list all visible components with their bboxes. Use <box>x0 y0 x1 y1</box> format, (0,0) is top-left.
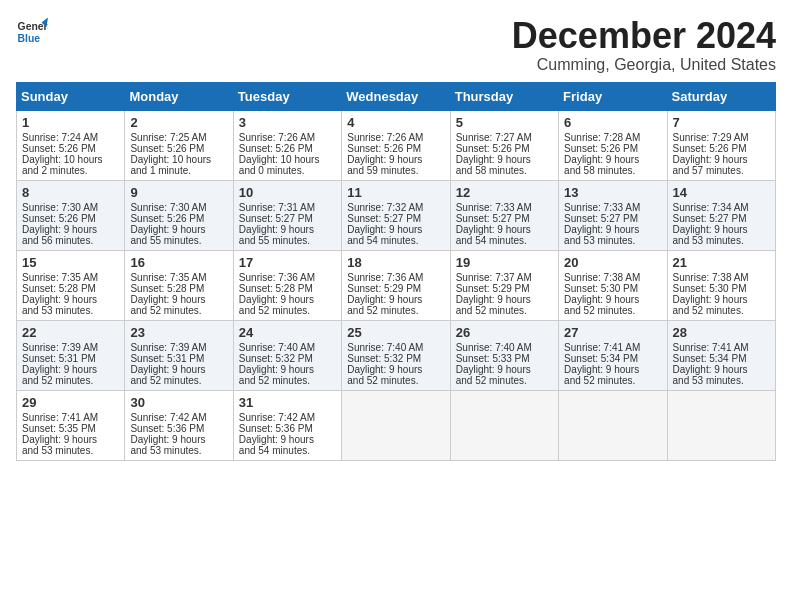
day-number: 15 <box>22 255 119 270</box>
day-detail: Sunrise: 7:42 AM <box>239 412 336 423</box>
day-detail: Daylight: 10 hours <box>130 154 227 165</box>
calendar-cell: 27Sunrise: 7:41 AMSunset: 5:34 PMDayligh… <box>559 320 667 390</box>
day-detail: Sunrise: 7:30 AM <box>130 202 227 213</box>
calendar-cell: 14Sunrise: 7:34 AMSunset: 5:27 PMDayligh… <box>667 180 775 250</box>
day-detail: Daylight: 10 hours <box>22 154 119 165</box>
day-detail: and 53 minutes. <box>673 375 770 386</box>
day-detail: Sunset: 5:26 PM <box>564 143 661 154</box>
day-detail: Sunset: 5:26 PM <box>130 143 227 154</box>
day-detail: Daylight: 9 hours <box>22 434 119 445</box>
calendar-cell: 21Sunrise: 7:38 AMSunset: 5:30 PMDayligh… <box>667 250 775 320</box>
day-detail: Sunset: 5:26 PM <box>22 213 119 224</box>
day-detail: Sunrise: 7:39 AM <box>22 342 119 353</box>
logo: General Blue <box>16 16 48 48</box>
day-detail: Sunrise: 7:35 AM <box>130 272 227 283</box>
day-detail: and 57 minutes. <box>673 165 770 176</box>
day-detail: and 55 minutes. <box>239 235 336 246</box>
title-block: December 2024 Cumming, Georgia, United S… <box>512 16 776 74</box>
header-row: Sunday Monday Tuesday Wednesday Thursday… <box>17 82 776 110</box>
day-number: 18 <box>347 255 444 270</box>
day-detail: Daylight: 9 hours <box>239 434 336 445</box>
day-number: 2 <box>130 115 227 130</box>
day-detail: and 52 minutes. <box>239 375 336 386</box>
day-detail: Sunrise: 7:24 AM <box>22 132 119 143</box>
day-detail: Sunset: 5:30 PM <box>673 283 770 294</box>
day-number: 10 <box>239 185 336 200</box>
day-detail: Sunrise: 7:31 AM <box>239 202 336 213</box>
day-detail: and 53 minutes. <box>22 445 119 456</box>
calendar-cell: 12Sunrise: 7:33 AMSunset: 5:27 PMDayligh… <box>450 180 558 250</box>
day-number: 21 <box>673 255 770 270</box>
page-header: General Blue December 2024 Cumming, Geor… <box>16 16 776 74</box>
calendar-week-2: 8Sunrise: 7:30 AMSunset: 5:26 PMDaylight… <box>17 180 776 250</box>
day-detail: Sunset: 5:28 PM <box>22 283 119 294</box>
day-detail: and 55 minutes. <box>130 235 227 246</box>
day-detail: Sunrise: 7:38 AM <box>673 272 770 283</box>
col-tuesday: Tuesday <box>233 82 341 110</box>
day-detail: Daylight: 10 hours <box>239 154 336 165</box>
day-detail: Sunset: 5:36 PM <box>130 423 227 434</box>
calendar-cell: 28Sunrise: 7:41 AMSunset: 5:34 PMDayligh… <box>667 320 775 390</box>
day-detail: Daylight: 9 hours <box>130 294 227 305</box>
calendar-week-5: 29Sunrise: 7:41 AMSunset: 5:35 PMDayligh… <box>17 390 776 460</box>
calendar-cell: 18Sunrise: 7:36 AMSunset: 5:29 PMDayligh… <box>342 250 450 320</box>
day-detail: Sunrise: 7:29 AM <box>673 132 770 143</box>
day-detail: Daylight: 9 hours <box>673 224 770 235</box>
day-detail: and 56 minutes. <box>22 235 119 246</box>
day-number: 13 <box>564 185 661 200</box>
day-detail: Daylight: 9 hours <box>347 294 444 305</box>
calendar-cell <box>667 390 775 460</box>
month-title: December 2024 <box>512 16 776 56</box>
day-detail: and 52 minutes. <box>130 305 227 316</box>
calendar-cell: 16Sunrise: 7:35 AMSunset: 5:28 PMDayligh… <box>125 250 233 320</box>
day-number: 25 <box>347 325 444 340</box>
calendar-cell: 4Sunrise: 7:26 AMSunset: 5:26 PMDaylight… <box>342 110 450 180</box>
calendar-week-3: 15Sunrise: 7:35 AMSunset: 5:28 PMDayligh… <box>17 250 776 320</box>
day-detail: Sunrise: 7:38 AM <box>564 272 661 283</box>
day-detail: Daylight: 9 hours <box>564 154 661 165</box>
day-detail: and 52 minutes. <box>347 375 444 386</box>
day-detail: Daylight: 9 hours <box>22 364 119 375</box>
day-number: 22 <box>22 325 119 340</box>
day-detail: Sunset: 5:26 PM <box>456 143 553 154</box>
day-detail: Sunrise: 7:30 AM <box>22 202 119 213</box>
day-detail: Sunrise: 7:41 AM <box>673 342 770 353</box>
calendar-cell: 17Sunrise: 7:36 AMSunset: 5:28 PMDayligh… <box>233 250 341 320</box>
day-number: 14 <box>673 185 770 200</box>
calendar-cell: 2Sunrise: 7:25 AMSunset: 5:26 PMDaylight… <box>125 110 233 180</box>
day-detail: Sunrise: 7:33 AM <box>456 202 553 213</box>
day-detail: Daylight: 9 hours <box>673 154 770 165</box>
day-detail: Sunrise: 7:33 AM <box>564 202 661 213</box>
day-detail: and 52 minutes. <box>130 375 227 386</box>
calendar-cell: 29Sunrise: 7:41 AMSunset: 5:35 PMDayligh… <box>17 390 125 460</box>
col-friday: Friday <box>559 82 667 110</box>
day-detail: and 52 minutes. <box>456 305 553 316</box>
calendar-week-4: 22Sunrise: 7:39 AMSunset: 5:31 PMDayligh… <box>17 320 776 390</box>
day-detail: Sunset: 5:26 PM <box>673 143 770 154</box>
day-detail: Sunrise: 7:28 AM <box>564 132 661 143</box>
calendar-cell: 19Sunrise: 7:37 AMSunset: 5:29 PMDayligh… <box>450 250 558 320</box>
day-detail: and 54 minutes. <box>239 445 336 456</box>
day-number: 7 <box>673 115 770 130</box>
calendar-cell: 26Sunrise: 7:40 AMSunset: 5:33 PMDayligh… <box>450 320 558 390</box>
day-detail: Sunrise: 7:35 AM <box>22 272 119 283</box>
day-detail: Sunset: 5:33 PM <box>456 353 553 364</box>
day-detail: Sunset: 5:34 PM <box>673 353 770 364</box>
calendar-cell: 24Sunrise: 7:40 AMSunset: 5:32 PMDayligh… <box>233 320 341 390</box>
day-detail: and 2 minutes. <box>22 165 119 176</box>
calendar-cell: 20Sunrise: 7:38 AMSunset: 5:30 PMDayligh… <box>559 250 667 320</box>
calendar-cell: 25Sunrise: 7:40 AMSunset: 5:32 PMDayligh… <box>342 320 450 390</box>
calendar-cell <box>450 390 558 460</box>
day-detail: and 52 minutes. <box>22 375 119 386</box>
day-detail: Daylight: 9 hours <box>564 364 661 375</box>
day-detail: Sunrise: 7:26 AM <box>347 132 444 143</box>
day-detail: and 58 minutes. <box>456 165 553 176</box>
day-number: 17 <box>239 255 336 270</box>
day-number: 31 <box>239 395 336 410</box>
day-number: 1 <box>22 115 119 130</box>
day-detail: Daylight: 9 hours <box>347 364 444 375</box>
day-detail: Sunset: 5:34 PM <box>564 353 661 364</box>
day-number: 11 <box>347 185 444 200</box>
day-detail: Sunset: 5:26 PM <box>22 143 119 154</box>
day-number: 8 <box>22 185 119 200</box>
